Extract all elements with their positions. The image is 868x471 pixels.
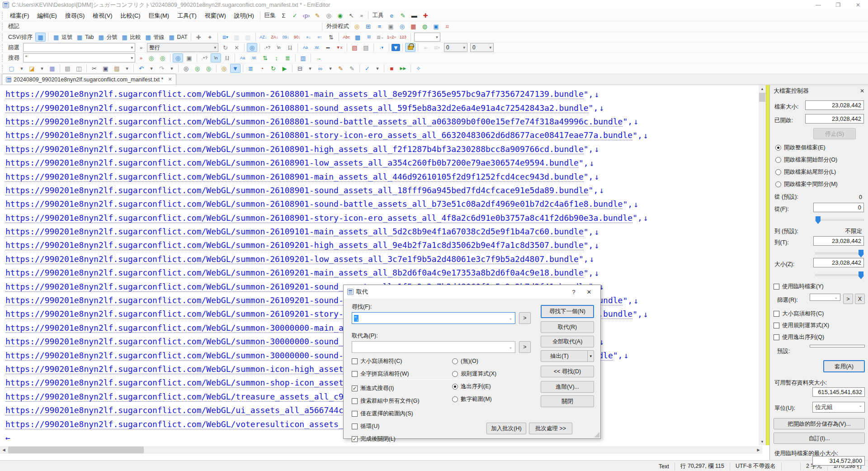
filter-output-icon[interactable]: ▤▾ — [432, 43, 442, 52]
add-batch-button[interactable]: 加入批次(H) — [486, 423, 526, 434]
dialog-radio-4[interactable]: 數字範圍(M) — [452, 395, 492, 403]
url-link[interactable]: https://990201e8nyn2lf.sugarconflict.com… — [5, 213, 632, 223]
custom-button[interactable]: 自訂(I)... — [774, 433, 865, 444]
stop-icon[interactable]: ■ — [387, 64, 397, 73]
url-link[interactable]: https://990201e8nyn2lf.sugarconflict.com… — [5, 172, 584, 182]
dialog-radio-3[interactable]: 逸出序列(E) — [452, 383, 491, 390]
filter-clear-icon[interactable]: ✕ — [231, 43, 242, 52]
url-link[interactable]: https://990201e8nyn2lf.sugarconflict.com… — [5, 268, 584, 278]
replace-dialog-titlebar[interactable]: 取代 ? ✕ — [344, 285, 600, 299]
maximize-button[interactable]: ❐ — [828, 0, 848, 10]
to-slider[interactable] — [815, 252, 864, 254]
url-link[interactable]: https://990201e8nyn2lf.sugarconflict.com… — [5, 254, 579, 264]
filter-toggle-icon[interactable]: ▼ — [230, 64, 241, 73]
sort-reverse-icon[interactable]: ⇅ — [326, 33, 336, 42]
panel-regex-checkbox[interactable]: 使用規則運算式(X) — [774, 322, 829, 329]
run-icon[interactable]: ▶▶ — [398, 64, 408, 73]
to-slider-thumb[interactable] — [859, 250, 863, 257]
number-range-toggle-icon[interactable]: [,] — [222, 53, 232, 62]
dialog-radio-2[interactable]: 規則運算式(X) — [452, 370, 496, 378]
panel-escape-checkbox[interactable]: 使用逸出序列(Q) — [774, 333, 824, 341]
find-up-button[interactable]: << 尋找(D) — [541, 366, 594, 377]
macro-enable-icon[interactable]: ✓ — [290, 11, 300, 20]
csv-compare-item[interactable]: ▦比較 — [120, 33, 141, 42]
undo-icon[interactable]: ↶ — [136, 64, 146, 73]
filter-input-combo[interactable]: ▾ — [23, 43, 135, 52]
url-link[interactable]: https://990201e8nyn2lf.sugarconflict.com… — [5, 144, 584, 154]
url-link[interactable]: https://990201e8nyn2lf.sugarconflict.com… — [5, 117, 623, 127]
url-link[interactable]: https://990201e8nyn2lf.sugarconflict.com… — [5, 186, 589, 195]
search-expand-button[interactable]: » — [137, 53, 145, 62]
panel-open-mode-radio-2[interactable]: 開啟檔案開始部分(O) — [775, 156, 837, 164]
validate-dropdown[interactable]: ▾ — [373, 64, 382, 73]
sort-shorter-icon[interactable]: ≡↓ — [303, 33, 314, 42]
document-tab[interactable]: 20240809_990201e8nyn2lf.sugarconflict.co… — [2, 74, 176, 85]
vertical-scrollbar[interactable]: ▲ ▼ — [759, 85, 766, 445]
filter-unmatched-lines-icon[interactable]: ▤ — [361, 43, 371, 52]
size-field[interactable]: 23,028,442 — [813, 258, 864, 267]
paste-icon[interactable]: ▤ — [112, 64, 122, 73]
filter-match-case-icon[interactable]: Aa — [300, 43, 311, 52]
batch-process-button[interactable]: 批次處理 >> — [529, 423, 572, 434]
menu-item-8[interactable]: 視窗(W) — [201, 11, 230, 20]
dialog-close-button[interactable]: ✕ — [581, 289, 597, 295]
scroll-down-icon[interactable]: ▼ — [759, 438, 766, 445]
open-file-icon[interactable]: ◪ — [27, 64, 37, 73]
macro-run-icon[interactable]: ◉ — [335, 11, 345, 20]
minimize-button[interactable]: — — [808, 0, 828, 10]
vertical-scroll-thumb[interactable] — [759, 93, 765, 102]
new-file-icon[interactable]: ▢ — [6, 64, 17, 73]
unit-combo[interactable]: 位元組⌄ — [812, 402, 865, 413]
dialog-close-action-button[interactable]: 關閉 — [541, 395, 594, 407]
sort-longer-icon[interactable]: ≡↑ — [315, 33, 325, 42]
edit-macro-icon[interactable]: ✎ — [347, 64, 357, 73]
macro-snippet-icon[interactable]: ‹p› — [301, 11, 311, 20]
panel-close-icon[interactable]: ✕ — [860, 88, 864, 94]
filter-lock-icon[interactable] — [405, 43, 415, 52]
redo-dropdown[interactable]: ▾ — [168, 64, 176, 73]
count-matches-icon[interactable]: ≣ — [283, 53, 293, 62]
status-mode[interactable]: Text — [653, 462, 675, 471]
url-link[interactable]: https://990201e8nyn2lf.sugarconflict.com… — [5, 103, 589, 113]
outline-icon[interactable]: ⊟ — [295, 64, 305, 73]
menu-item-6[interactable]: 巨集(M) — [145, 11, 174, 20]
filter-scope-combo[interactable]: 整行▾ — [147, 43, 218, 52]
html-bar-plugin-icon[interactable]: ⊞ — [363, 22, 373, 31]
horizontal-scroll-thumb[interactable] — [8, 447, 144, 453]
open-file-dropdown[interactable]: ▾ — [38, 64, 46, 73]
url-link[interactable]: https://990201e8nyn2lf.sugarconflict.com… — [5, 130, 632, 140]
filter-extract-icon[interactable]: ↓▾ — [376, 43, 387, 52]
command-prompt-icon[interactable]: ▬ — [409, 11, 420, 20]
csv-tab-item[interactable]: ▦Tab — [75, 33, 94, 42]
menu-item-2[interactable]: 編輯(E) — [33, 11, 61, 20]
filter-exclude-icon[interactable]: ━ — [323, 43, 333, 52]
filter-refresh-icon[interactable]: ↻ — [220, 43, 231, 52]
extract-dropdown-icon[interactable]: ▾ — [587, 351, 594, 362]
scroll-sync-dropdown[interactable]: ▾ — [326, 64, 335, 73]
default-field[interactable] — [810, 345, 865, 347]
replace-combo-arrow-icon[interactable]: ⌄ — [506, 345, 515, 349]
search-input-combo[interactable]: "▾ — [23, 53, 135, 62]
advanced-button[interactable]: 進階(V)... — [541, 381, 594, 393]
toolbar-grip[interactable] — [2, 12, 4, 19]
web-preview-plugin-icon[interactable]: ◍ — [420, 22, 430, 31]
print-icon[interactable]: ▤ — [62, 64, 73, 73]
close-button[interactable]: ✕ — [848, 0, 868, 10]
dialog-resize-grip[interactable] — [594, 432, 599, 438]
paste-dropdown[interactable]: ▾ — [123, 64, 131, 73]
spellcheck-icon[interactable]: Abc — [341, 33, 352, 42]
sync-icon[interactable]: ↻ — [268, 64, 278, 73]
validate-icon[interactable]: ✓ — [362, 64, 373, 73]
filter-incremental-icon[interactable]: ◎ — [247, 43, 257, 52]
number-lines-icon[interactable]: 1=2= — [387, 33, 397, 42]
delete-column-icon[interactable]: ▥ — [243, 33, 253, 42]
menu-item-1[interactable]: 檔案(F) — [6, 11, 33, 20]
url-link[interactable]: https://990201e8nyn2lf.sugarconflict.com… — [5, 227, 584, 237]
extend-selection-icon[interactable]: ↕ — [271, 53, 282, 62]
panel-open-mode-radio-3[interactable]: 開啟檔案結尾部分(L) — [775, 168, 836, 176]
history-icon[interactable]: ◔ — [257, 64, 267, 73]
replace-expand-button[interactable]: > — [519, 341, 531, 353]
sort-za-icon[interactable]: ZA↓ — [269, 33, 280, 42]
size-slider[interactable] — [815, 274, 864, 276]
csv-tools-icon[interactable]: ✦ — [205, 33, 215, 42]
